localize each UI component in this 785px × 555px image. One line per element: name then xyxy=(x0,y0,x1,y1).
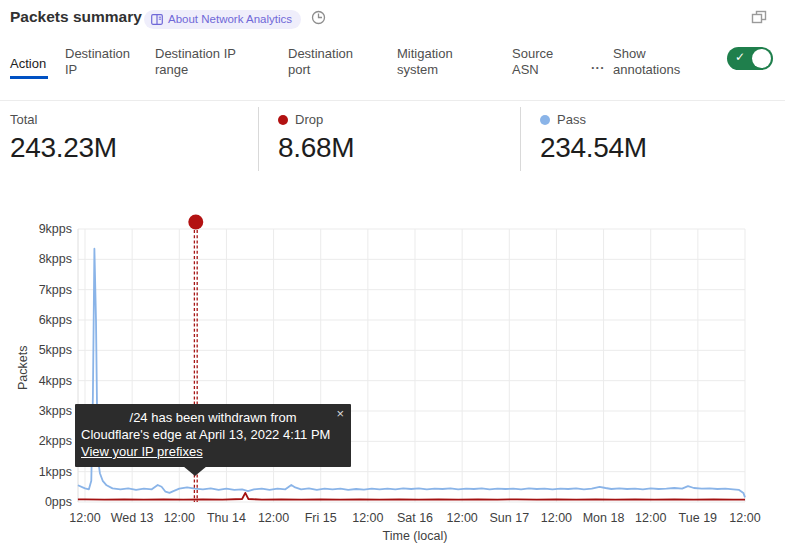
stats-divider xyxy=(520,107,521,171)
more-tabs-button[interactable]: ... xyxy=(591,57,605,72)
show-annotations-toggle[interactable]: ✓ xyxy=(727,47,773,70)
view-ip-prefixes-link[interactable]: View your IP prefixes xyxy=(81,444,203,459)
y-tick-label: 4kpps xyxy=(2,374,72,388)
y-tick-label: 1kpps xyxy=(2,465,72,479)
y-tick-label: 0pps xyxy=(2,495,72,509)
tab-action[interactable]: Action xyxy=(10,56,46,72)
stat-pass-value: 234.54M xyxy=(540,132,647,164)
packets-summary-panel: Packets summary About Network Analytics … xyxy=(0,0,785,555)
annotation-tooltip: × /24 has been withdrawn from Cloudflare… xyxy=(75,404,351,467)
stat-drop-label: Drop xyxy=(295,112,323,127)
y-tick-label: 5kpps xyxy=(2,343,72,357)
about-network-analytics-badge[interactable]: About Network Analytics xyxy=(144,10,301,29)
book-icon xyxy=(151,14,163,25)
tabs-divider xyxy=(0,100,785,101)
y-tick-label: 3kpps xyxy=(2,404,72,418)
tooltip-caret xyxy=(183,466,207,476)
stat-total-value: 243.23M xyxy=(10,132,117,164)
stat-pass-label: Pass xyxy=(557,112,586,127)
drop-legend-dot xyxy=(278,115,288,125)
x-tick-label: 12:00 xyxy=(715,511,775,525)
tab-destination-ip-range[interactable]: Destination IP range xyxy=(155,46,247,78)
tab-destination-port[interactable]: Destination port xyxy=(288,46,366,78)
stat-total-label: Total xyxy=(10,112,37,127)
tooltip-line2: Cloudflare's edge at April 13, 2022 4:11… xyxy=(81,426,345,443)
annotation-dot xyxy=(188,215,203,230)
stat-drop[interactable]: Drop 8.68M xyxy=(278,112,354,164)
show-annotations-label: Show annotations xyxy=(613,46,703,78)
y-tick-label: 7kpps xyxy=(2,283,72,297)
stats-divider xyxy=(258,107,259,171)
page-title: Packets summary xyxy=(10,8,142,26)
active-tab-underline xyxy=(10,76,48,79)
tab-destination-ip[interactable]: Destination IP xyxy=(65,46,137,78)
close-icon[interactable]: × xyxy=(336,405,344,422)
check-icon: ✓ xyxy=(735,50,745,64)
x-axis-title: Time (local) xyxy=(300,529,530,543)
badge-label: About Network Analytics xyxy=(168,10,292,29)
toggle-knob xyxy=(752,49,771,68)
tooltip-line1: /24 has been withdrawn from xyxy=(81,409,345,426)
clock-icon xyxy=(311,10,326,29)
packets-chart[interactable] xyxy=(78,214,750,512)
drop-series-line xyxy=(78,493,745,500)
tab-mitigation-system[interactable]: Mitigation system xyxy=(397,46,475,78)
y-tick-label: 8kpps xyxy=(2,252,72,266)
stat-drop-value: 8.68M xyxy=(278,132,354,164)
y-tick-label: 6kpps xyxy=(2,313,72,327)
y-tick-label: 2kpps xyxy=(2,434,72,448)
tab-source-asn[interactable]: Source ASN xyxy=(512,46,564,78)
stat-total[interactable]: Total 243.23M xyxy=(10,112,117,164)
stat-pass[interactable]: Pass 234.54M xyxy=(540,112,647,164)
expand-icon[interactable] xyxy=(751,10,768,30)
pass-legend-dot xyxy=(540,115,550,125)
y-tick-label: 9kpps xyxy=(2,222,72,236)
